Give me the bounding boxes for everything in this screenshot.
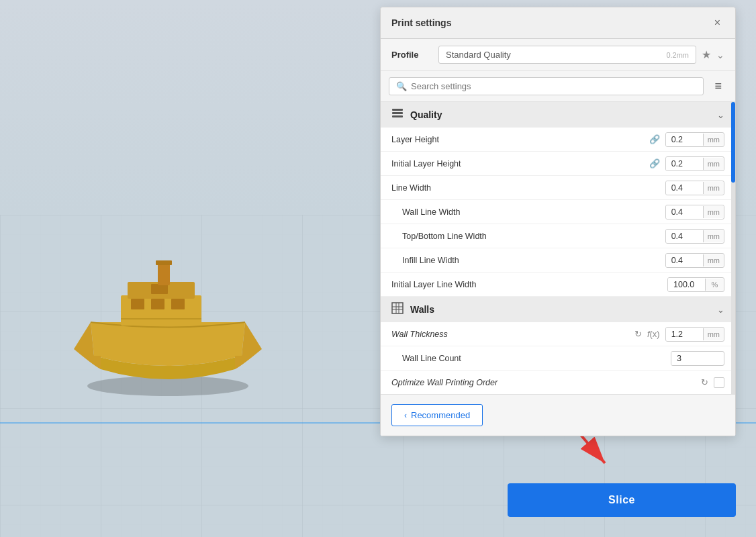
wall-line-width-value: 0.4 bbox=[666, 205, 703, 219]
walls-section-header[interactable]: Walls ⌄ bbox=[381, 297, 735, 322]
profile-icons: ★ ⌄ bbox=[702, 48, 724, 61]
optimize-wall-label: Optimize Wall Printing Order bbox=[391, 378, 700, 387]
quality-section-icon bbox=[391, 107, 404, 122]
infill-line-width-value-wrapper[interactable]: 0.4 mm bbox=[665, 253, 724, 268]
quality-settings: Layer Height 🔗 0.2 mm Initial Layer Heig… bbox=[381, 128, 735, 297]
wall-thickness-function-icon[interactable]: f(x) bbox=[646, 328, 661, 340]
recommended-button[interactable]: ‹ Recommended bbox=[391, 404, 483, 426]
wall-line-width-value-wrapper[interactable]: 0.4 mm bbox=[665, 205, 724, 219]
svg-rect-16 bbox=[392, 112, 403, 114]
menu-icon-button[interactable]: ≡ bbox=[709, 77, 727, 96]
svg-rect-17 bbox=[392, 115, 403, 117]
walls-chevron-icon: ⌄ bbox=[717, 305, 724, 315]
slice-button[interactable]: Slice bbox=[508, 483, 736, 517]
line-width-row: Line Width 0.4 mm bbox=[381, 176, 735, 200]
wall-line-count-row: Wall Line Count 3 bbox=[381, 346, 735, 371]
profile-hint: 0.2mm bbox=[666, 51, 689, 59]
wall-thickness-value: 1.2 bbox=[666, 328, 703, 341]
initial-layer-height-value-wrapper[interactable]: 0.2 mm bbox=[665, 156, 724, 171]
walls-section-title: Walls bbox=[410, 304, 434, 315]
search-icon: 🔍 bbox=[396, 81, 407, 91]
close-button[interactable]: × bbox=[710, 15, 724, 30]
layer-height-row: Layer Height 🔗 0.2 mm bbox=[381, 128, 735, 152]
slice-button-wrapper: Slice bbox=[508, 483, 736, 517]
profile-label: Profile bbox=[391, 50, 438, 60]
panel-title: Print settings bbox=[391, 17, 451, 28]
infill-line-width-label: Infill Line Width bbox=[402, 256, 661, 265]
optimize-wall-row: Optimize Wall Printing Order ↻ bbox=[381, 371, 735, 394]
star-icon[interactable]: ★ bbox=[702, 48, 711, 61]
initial-layer-line-width-row: Initial Layer Line Width 100.0 % bbox=[381, 273, 735, 297]
wall-line-count-label: Wall Line Count bbox=[402, 354, 667, 363]
optimize-wall-reset-icon[interactable]: ↻ bbox=[700, 376, 710, 389]
recommended-chevron-icon: ‹ bbox=[404, 411, 407, 420]
layer-height-value-wrapper[interactable]: 0.2 mm bbox=[665, 132, 724, 147]
line-width-unit: mm bbox=[703, 182, 724, 194]
initial-layer-height-unit: mm bbox=[703, 158, 724, 170]
layer-height-label: Layer Height bbox=[391, 135, 648, 144]
3d-model-boat bbox=[54, 215, 282, 403]
layer-height-value: 0.2 bbox=[666, 133, 703, 146]
initial-layer-height-label: Initial Layer Height bbox=[391, 159, 648, 168]
profile-value: Standard Quality bbox=[446, 50, 511, 60]
layer-height-link-icon[interactable]: 🔗 bbox=[648, 133, 661, 146]
walls-settings: Wall Thickness ↻ f(x) 1.2 mm Wall Line C… bbox=[381, 322, 735, 394]
top-bottom-line-width-value-wrapper[interactable]: 0.4 mm bbox=[665, 229, 724, 244]
wall-line-count-value-wrapper[interactable]: 3 bbox=[671, 351, 724, 366]
scrollbar-thumb[interactable] bbox=[731, 102, 735, 183]
print-settings-panel: Print settings × Profile Standard Qualit… bbox=[380, 7, 736, 436]
top-bottom-line-width-row: Top/Bottom Line Width 0.4 mm bbox=[381, 224, 735, 248]
profile-row: Profile Standard Quality 0.2mm ★ ⌄ bbox=[381, 39, 735, 71]
wall-thickness-unit: mm bbox=[703, 328, 724, 340]
svg-rect-7 bbox=[131, 299, 144, 309]
layer-height-actions: 🔗 bbox=[648, 133, 661, 146]
panel-header: Print settings × bbox=[381, 7, 735, 39]
wall-line-width-unit: mm bbox=[703, 206, 724, 218]
line-width-value: 0.4 bbox=[666, 181, 703, 195]
svg-rect-15 bbox=[392, 109, 403, 111]
wall-thickness-value-wrapper[interactable]: 1.2 mm bbox=[665, 327, 724, 342]
svg-rect-11 bbox=[158, 262, 170, 285]
wall-line-width-label: Wall Line Width bbox=[402, 207, 661, 217]
top-bottom-line-width-value: 0.4 bbox=[666, 230, 703, 243]
walls-section-icon bbox=[391, 302, 404, 317]
quality-chevron-icon: ⌄ bbox=[717, 110, 724, 120]
initial-layer-height-link-icon[interactable]: 🔗 bbox=[648, 157, 661, 170]
layer-height-unit: mm bbox=[703, 134, 724, 146]
top-bottom-line-width-unit: mm bbox=[703, 230, 724, 242]
initial-layer-height-row: Initial Layer Height 🔗 0.2 mm bbox=[381, 152, 735, 176]
wall-thickness-reset-icon[interactable]: ↻ bbox=[633, 328, 643, 340]
profile-chevron-icon[interactable]: ⌄ bbox=[716, 50, 724, 60]
initial-layer-height-actions: 🔗 bbox=[648, 157, 661, 170]
initial-layer-line-width-value: 100.0 bbox=[668, 278, 705, 291]
infill-line-width-row: Infill Line Width 0.4 mm bbox=[381, 248, 735, 273]
profile-select-dropdown[interactable]: Standard Quality 0.2mm bbox=[438, 46, 696, 64]
line-width-label: Line Width bbox=[391, 183, 661, 193]
initial-layer-line-width-label: Initial Layer Line Width bbox=[391, 280, 663, 289]
infill-line-width-unit: mm bbox=[703, 254, 724, 266]
svg-rect-8 bbox=[151, 299, 164, 309]
optimize-wall-checkbox[interactable] bbox=[714, 377, 724, 388]
initial-layer-line-width-value-wrapper[interactable]: 100.0 % bbox=[667, 277, 724, 292]
infill-line-width-value: 0.4 bbox=[666, 254, 703, 267]
quality-section-header[interactable]: Quality ⌄ bbox=[381, 102, 735, 128]
wall-thickness-actions: ↻ f(x) bbox=[633, 328, 661, 340]
initial-layer-height-value: 0.2 bbox=[666, 157, 703, 170]
quality-section-title: Quality bbox=[410, 109, 442, 120]
svg-rect-12 bbox=[156, 260, 172, 265]
recommended-row: ‹ Recommended bbox=[381, 394, 735, 436]
scrollbar-track[interactable] bbox=[731, 102, 735, 394]
search-input[interactable] bbox=[411, 81, 696, 91]
line-width-value-wrapper[interactable]: 0.4 mm bbox=[665, 181, 724, 195]
settings-content: Quality ⌄ Layer Height 🔗 0.2 mm Initial … bbox=[381, 102, 735, 394]
wall-line-width-row: Wall Line Width 0.4 mm bbox=[381, 200, 735, 224]
search-wrapper: 🔍 bbox=[389, 77, 704, 95]
svg-rect-9 bbox=[171, 299, 185, 309]
wall-thickness-row: Wall Thickness ↻ f(x) 1.2 mm bbox=[381, 322, 735, 346]
wall-thickness-label: Wall Thickness bbox=[391, 330, 633, 339]
top-bottom-line-width-label: Top/Bottom Line Width bbox=[402, 232, 661, 241]
recommended-label: Recommended bbox=[411, 410, 470, 420]
wall-line-count-value: 3 bbox=[671, 352, 708, 365]
svg-rect-18 bbox=[392, 303, 403, 313]
search-row: 🔍 ≡ bbox=[381, 71, 735, 102]
